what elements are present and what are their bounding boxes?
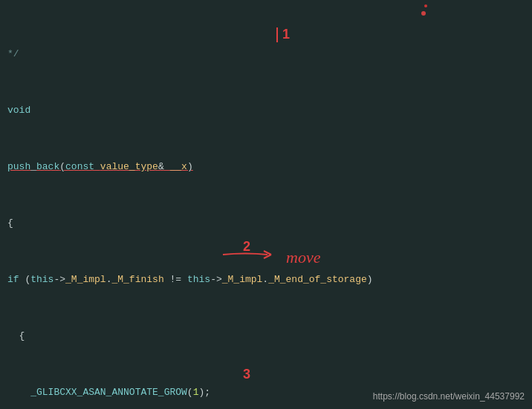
code-editor: */ void push_back(const value_type& __x)… (0, 0, 532, 409)
line-brace2: { (0, 329, 532, 343)
line-brace1: { (0, 216, 532, 230)
line-comment: */ (0, 47, 532, 61)
line-pushback-const: push_back(const value_type& __x) (0, 160, 532, 174)
line-if: if (this->_M_impl._M_finish != this->_M_… (0, 272, 532, 287)
line-void1: void (0, 103, 532, 117)
watermark: https://blog.csdn.net/weixin_44537992 (373, 391, 525, 402)
